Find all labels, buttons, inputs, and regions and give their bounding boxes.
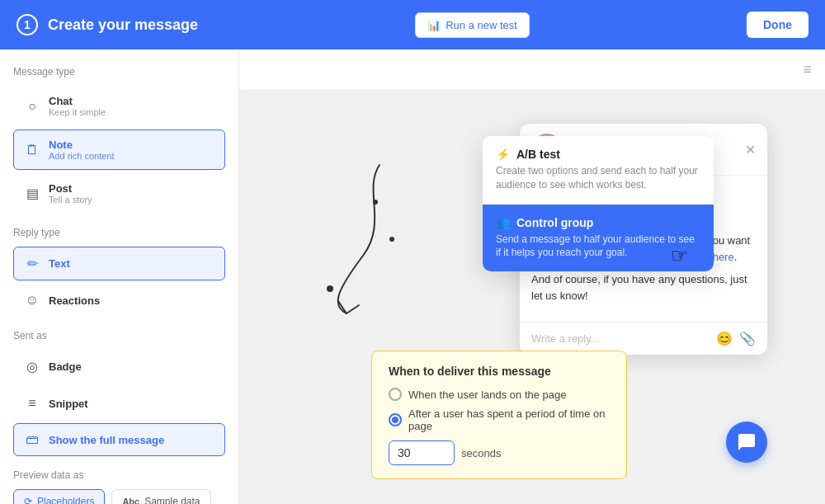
ab-test-icon: ⚡ [496,148,510,161]
preview-data-label: Preview data as [13,469,225,481]
chat-reply-placeholder[interactable]: Write a reply... [531,332,600,345]
full-message-icon: 🗃 [24,432,40,447]
text-reply-icon: ✏ [24,256,40,271]
chat-message-4: And of course, if you have any questions… [531,271,756,304]
step-indicator: 1 [16,14,38,35]
reply-type-text[interactable]: ✏ Text [13,247,225,280]
chat-float-button[interactable] [726,422,767,463]
placeholders-icon: ⟳ [24,496,32,504]
control-group-desc: Send a message to half your audience to … [496,233,700,261]
content-top-bar: ≡ [239,49,825,91]
sample-data-icon: Abc [122,497,139,504]
radio-spent[interactable] [389,413,402,426]
post-icon: ▤ [24,186,40,201]
sidebar: Message type ○ Chat Keep it simple 🗒 Not… [0,49,239,504]
radio-spent-inner [392,417,398,423]
done-button[interactable]: Done [747,12,808,38]
chat-link[interactable]: here [713,251,734,263]
chat-icon: ○ [24,99,40,114]
sent-as-full[interactable]: 🗃 Show the full message [13,423,225,456]
radio-lands[interactable] [389,388,402,401]
delivery-title: When to deliver this message [389,365,610,378]
header-center: 📊 Run a new test [415,12,530,38]
badge-icon: ◎ [24,359,40,374]
emoji-icon[interactable]: 😊 [716,331,733,346]
header-left: 1 Create your message [16,14,198,35]
content-area: ≡ [239,49,825,504]
svg-point-1 [389,237,394,242]
message-type-label: Message type [13,66,225,78]
svg-point-0 [373,200,378,205]
dropdown-item-ab-test[interactable]: ⚡ A/B test Create two options and send e… [483,136,714,205]
delivery-seconds-input[interactable] [389,440,455,465]
header: 1 Create your message 📊 Run a new test D… [0,0,825,49]
sample-data-button[interactable]: Abc Sample data [111,489,210,504]
preview-data-row: ⟳ Placeholders Abc Sample data [13,489,225,504]
chat-close-button[interactable]: ✕ [745,142,756,158]
snippet-icon: ≡ [24,396,40,411]
control-group-title: 👥 Control group [496,216,700,229]
run-test-dropdown: ⚡ A/B test Create two options and send e… [483,136,714,271]
run-test-icon: 📊 [427,19,441,31]
delivery-panel: When to deliver this message When the us… [371,351,627,479]
menu-icon: ≡ [803,61,812,78]
cursor-icon: ☞ [671,244,689,267]
note-icon: 🗒 [24,143,40,158]
ab-test-title: ⚡ A/B test [496,148,700,161]
page-title: Create your message [48,16,198,34]
decorative-scribble [280,157,446,322]
main-layout: Message type ○ Chat Keep it simple 🗒 Not… [0,49,825,504]
attachment-icon[interactable]: 📎 [739,331,756,346]
delivery-option-lands[interactable]: When the user lands on the page [389,388,610,401]
chat-reply-area: Write a reply... 😊 📎 [520,322,767,355]
reply-type-label: Reply type [13,227,225,238]
delivery-unit: seconds [461,447,501,459]
sent-as-snippet[interactable]: ≡ Snippet [13,387,225,420]
ab-test-desc: Create two options and send each to half… [496,164,700,192]
message-type-post[interactable]: ▤ Post Tell a story [13,173,225,214]
dropdown-item-control-group[interactable]: 👥 Control group Send a message to half y… [483,205,714,272]
message-type-note[interactable]: 🗒 Note Add rich content [13,130,225,170]
delivery-input-row: seconds [389,440,610,465]
message-type-chat[interactable]: ○ Chat Keep it simple [13,86,225,126]
placeholders-button[interactable]: ⟳ Placeholders [13,489,105,504]
svg-point-2 [327,285,333,292]
delivery-option-spent[interactable]: After a user has spent a period of time … [389,407,610,432]
sent-as-badge[interactable]: ◎ Badge [13,350,225,384]
reply-type-reactions[interactable]: ☺ Reactions [13,284,225,317]
sent-as-label: Sent as [13,330,225,341]
run-test-button[interactable]: 📊 Run a new test [415,12,530,38]
reactions-icon: ☺ [24,293,40,308]
control-group-icon: 👥 [496,216,510,229]
canvas-area: Danielle from ExampleApp Active ✕ Hi the… [239,91,825,504]
chat-reply-icons: 😊 📎 [716,331,756,346]
